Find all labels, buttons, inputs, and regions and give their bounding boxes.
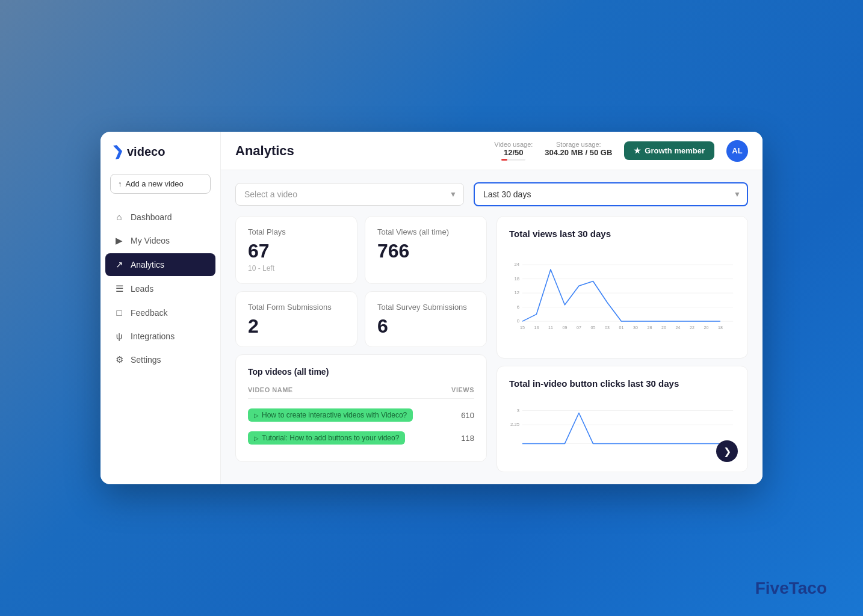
sidebar-item-dashboard[interactable]: ⌂ Dashboard	[105, 206, 215, 228]
storage-usage-label: Storage usage:	[556, 141, 601, 148]
logo-text: videco	[127, 145, 165, 159]
col-video-name: VIDEO NAME	[248, 386, 293, 393]
stat-label: Total Form Submissions	[248, 303, 345, 312]
views-count: 610	[461, 411, 474, 420]
svg-text:20: 20	[704, 325, 709, 330]
analytics-icon: ↗	[114, 259, 125, 270]
top-bar-right: Video usage: 12/50 Storage usage: 304.20…	[494, 140, 748, 162]
sidebar-item-leads[interactable]: ☰ Leads	[105, 277, 215, 300]
star-icon: ★	[634, 146, 641, 155]
storage-usage-value: 304.20 MB / 50 GB	[545, 148, 612, 157]
growth-button-label: Growth member	[645, 146, 705, 155]
logo: ❯ videco	[113, 144, 208, 159]
stat-value: 6	[377, 316, 474, 336]
svg-text:18: 18	[718, 325, 723, 330]
add-video-label: Add a new video	[126, 179, 184, 188]
video-select[interactable]: Select a video	[235, 183, 464, 206]
integrations-icon: ψ	[114, 331, 125, 341]
stat-card-views: Total Views (all time) 766	[365, 216, 487, 284]
stat-card-forms: Total Form Submissions 2	[235, 291, 357, 347]
table-row: ▷ Tutorial: How to add buttons to your v…	[248, 427, 474, 449]
svg-text:24: 24	[676, 325, 681, 330]
sidebar-item-integrations[interactable]: ψ Integrations	[105, 325, 215, 347]
add-video-button[interactable]: ↑ Add a new video	[110, 174, 211, 194]
svg-text:30: 30	[633, 325, 638, 330]
svg-text:01: 01	[619, 325, 624, 330]
stat-value: 67	[248, 241, 345, 260]
play-icon: ▷	[254, 435, 259, 442]
video-usage-value: 12/50	[504, 148, 524, 157]
top-videos-card: Top videos (all time) VIDEO NAME VIEWS ▷…	[235, 354, 487, 462]
video-tag[interactable]: ▷ Tutorial: How to add buttons to your v…	[248, 431, 405, 445]
logo-area: ❯ videco	[101, 144, 220, 174]
feedback-icon: □	[114, 307, 125, 318]
leads-icon: ☰	[114, 283, 125, 294]
sidebar-item-feedback[interactable]: □ Feedback	[105, 301, 215, 324]
sidebar-item-label: My Videos	[131, 236, 170, 245]
settings-icon: ⚙	[114, 354, 125, 365]
svg-text:3: 3	[517, 408, 520, 413]
sidebar-item-label: Integrations	[131, 331, 175, 341]
stat-card-plays: Total Plays 67 10 - Left	[235, 216, 357, 284]
upload-icon: ↑	[118, 179, 122, 188]
next-button[interactable]: ❯	[716, 440, 738, 462]
svg-text:13: 13	[534, 325, 539, 330]
main-grid: Total Plays 67 10 - Left Total Views (al…	[235, 216, 748, 472]
svg-text:05: 05	[591, 325, 596, 330]
video-name: Tutorial: How to add buttons to your vid…	[262, 434, 399, 442]
video-usage: Video usage: 12/50	[494, 141, 533, 161]
video-usage-bar-fill	[501, 159, 507, 161]
chart1-title: Total views last 30 days	[509, 229, 735, 239]
stat-value: 2	[248, 316, 345, 336]
top-bar: Analytics Video usage: 12/50 Storage usa…	[221, 132, 762, 170]
views-chart: 24 18 12 6 0	[509, 247, 735, 343]
sidebar-item-label: Dashboard	[131, 212, 172, 222]
home-icon: ⌂	[114, 212, 125, 222]
stat-label: Total Survey Submissions	[377, 303, 474, 312]
svg-text:26: 26	[661, 325, 666, 330]
table-row: ▷ How to create interactive videos with …	[248, 404, 474, 427]
svg-text:03: 03	[605, 325, 610, 330]
page-title: Analytics	[235, 143, 294, 159]
fivetaco-watermark: FiveTaco	[755, 579, 827, 598]
right-col: Total views last 30 days 24 18 12 6 0	[496, 216, 748, 472]
usage-pair: Video usage: 12/50 Storage usage: 304.20…	[494, 141, 612, 161]
svg-text:09: 09	[563, 325, 568, 330]
date-select-wrapper: Last 30 days Last 7 days Last 90 days Al…	[474, 182, 748, 206]
logo-icon: ❯	[111, 143, 125, 161]
top-videos-title: Top videos (all time)	[248, 367, 474, 377]
stat-sub: 10 - Left	[248, 264, 345, 273]
sidebar-item-analytics[interactable]: ↗ Analytics	[105, 253, 215, 276]
sidebar-item-my-videos[interactable]: ▶ My Videos	[105, 229, 215, 252]
svg-text:18: 18	[515, 276, 520, 282]
svg-text:22: 22	[690, 325, 694, 330]
svg-text:15: 15	[520, 325, 525, 330]
stat-label: Total Views (all time)	[377, 227, 474, 236]
sidebar-item-settings[interactable]: ⚙ Settings	[105, 348, 215, 371]
video-usage-label: Video usage:	[494, 141, 533, 148]
sidebar-item-label: Feedback	[131, 308, 167, 318]
sidebar-item-label: Leads	[131, 284, 153, 294]
stat-card-surveys: Total Survey Submissions 6	[365, 291, 487, 347]
video-select-wrapper: Select a video ▼	[235, 183, 464, 206]
video-usage-bar	[501, 159, 525, 161]
left-col: Total Plays 67 10 - Left Total Views (al…	[235, 216, 487, 472]
sidebar: ❯ videco ↑ Add a new video ⌂ Dashboard ▶…	[101, 132, 221, 484]
filters-row: Select a video ▼ Last 30 days Last 7 day…	[235, 182, 748, 206]
chart2-title: Total in-video button clicks last 30 day…	[509, 378, 735, 389]
stat-label: Total Plays	[248, 227, 345, 236]
clicks-chart: 3 2.25	[509, 397, 735, 457]
svg-text:6: 6	[517, 304, 520, 310]
sidebar-item-label: Settings	[131, 355, 161, 365]
date-select[interactable]: Last 30 days Last 7 days Last 90 days Al…	[474, 182, 748, 206]
video-name: How to create interactive videos with Vi…	[262, 411, 407, 419]
storage-usage: Storage usage: 304.20 MB / 50 GB	[545, 141, 612, 161]
svg-text:0: 0	[517, 318, 520, 324]
svg-text:11: 11	[548, 325, 553, 330]
video-tag[interactable]: ▷ How to create interactive videos with …	[248, 408, 413, 422]
play-icon: ▷	[254, 412, 259, 419]
growth-member-button[interactable]: ★ Growth member	[624, 141, 714, 160]
svg-text:07: 07	[577, 325, 581, 330]
main-content: Analytics Video usage: 12/50 Storage usa…	[221, 132, 762, 484]
content-area: Select a video ▼ Last 30 days Last 7 day…	[221, 170, 762, 484]
